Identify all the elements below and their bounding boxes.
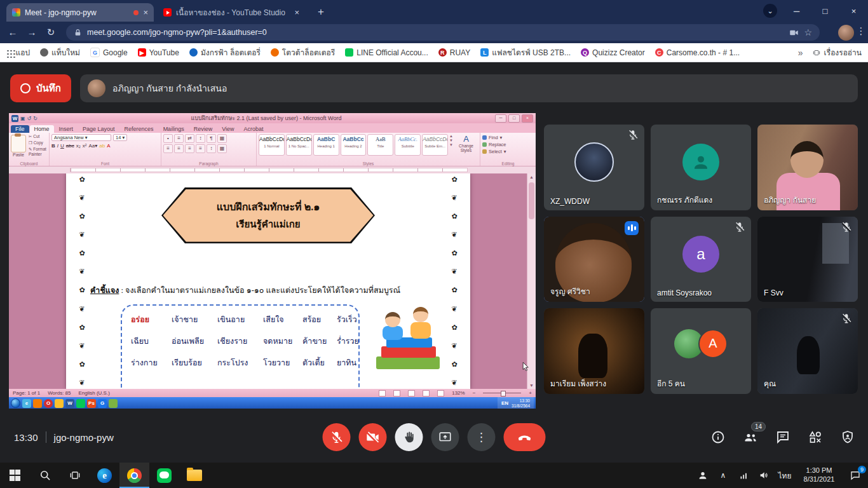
pilcrow-button[interactable]: ¶ (207, 134, 216, 143)
app-icon[interactable] (33, 399, 42, 408)
action-center-button[interactable]: 9 (843, 463, 868, 488)
participant-tile[interactable]: XZ_WDDW (544, 125, 644, 210)
photos-icon[interactable] (109, 399, 118, 408)
people-tray-button[interactable] (693, 463, 713, 488)
edge-taskbar-button[interactable]: e (90, 463, 119, 488)
zoom-slider[interactable] (483, 393, 521, 393)
more-bookmarks-chevron[interactable]: » (798, 48, 803, 58)
style-normal[interactable]: AaBbCcDc1 Normal (259, 134, 285, 156)
numbering-button[interactable]: ≡ (174, 134, 184, 143)
bullets-button[interactable]: • (163, 134, 173, 143)
camera-in-use-icon[interactable] (789, 28, 799, 37)
bookmark-item[interactable]: มังกรฟ้า ล็อตเตอรี่ (189, 46, 261, 58)
scrollbar-thumb[interactable] (529, 182, 534, 219)
bookmark-item[interactable]: Lแฟลชไดรฟ์ USB 2TB... (480, 46, 571, 58)
forward-button[interactable]: → (24, 25, 39, 39)
record-button[interactable]: บันทึก (10, 74, 71, 102)
view-web-layout-button[interactable] (408, 390, 415, 396)
word-close-button[interactable]: × (522, 114, 533, 123)
participant-tile[interactable]: อภิญญา กันสาย (757, 125, 858, 210)
present-button[interactable] (431, 423, 459, 451)
save-icon[interactable]: ▣ (20, 116, 25, 121)
zoom-level[interactable]: 132% (452, 390, 465, 396)
browser-icon[interactable]: e (22, 399, 31, 408)
justify-button[interactable]: ≡ (196, 144, 205, 153)
shading-button[interactable]: ▦ (217, 144, 227, 153)
chat-button[interactable] (775, 430, 790, 445)
style-heading2[interactable]: AaBbCcHeading 2 (341, 134, 367, 156)
host-controls-button[interactable] (840, 430, 855, 445)
bookmark-apps[interactable]: แอป (6, 46, 30, 58)
tab-close-icon[interactable]: × (294, 8, 299, 17)
highlight-button[interactable]: ab (99, 143, 105, 149)
view-fullscreen-button[interactable] (393, 390, 400, 396)
view-draft-button[interactable] (437, 390, 444, 396)
volume-tray-icon[interactable] (754, 463, 774, 488)
tab-youtube-studio[interactable]: เนื้อหาของช่อง - YouTube Studio × (158, 3, 305, 22)
network-tray-icon[interactable] (733, 463, 754, 488)
change-case-button[interactable]: Aa▾ (88, 143, 97, 149)
folder-icon[interactable] (55, 399, 64, 408)
reload-button[interactable]: ↻ (43, 25, 58, 39)
more-options-button[interactable]: ⋮ (468, 423, 496, 451)
word-minimize-button[interactable]: ─ (495, 114, 506, 123)
reading-list-button[interactable]: เรื่องรออ่าน (812, 46, 862, 58)
participants-button[interactable]: 14 (743, 430, 758, 445)
sort-button[interactable]: ↕ (196, 134, 205, 143)
participant-tile[interactable]: F Svv (757, 217, 858, 302)
window-maximize-button[interactable]: □ (811, 6, 839, 16)
taskbar-clock[interactable]: 1:30 PM8/31/2021 (796, 466, 843, 484)
word-ruler[interactable] (9, 166, 536, 173)
language-indicator[interactable]: English (U.S.) (78, 390, 109, 396)
address-bar[interactable]: meet.google.com/jgo-ngmo-pyw?pli=1&authu… (66, 24, 820, 41)
shared-screen[interactable]: W ▣ ↺ ↻ แบบฝึกเสริมทักษะ 2.1 (Last saved… (9, 113, 536, 409)
window-close-button[interactable]: × (839, 6, 868, 16)
undo-icon[interactable]: ↺ (27, 116, 32, 121)
strikethrough-button[interactable]: abc (66, 143, 74, 149)
align-left-button[interactable]: ≡ (163, 144, 173, 153)
word-taskbar-icon[interactable]: W (65, 399, 74, 408)
bookmark-star-icon[interactable]: ☆ (804, 27, 812, 37)
participant-tile[interactable]: a amtit Soysrakoo (651, 217, 751, 302)
ribbon-tab-acrobat[interactable]: Acrobat (240, 125, 268, 133)
window-minimize-button[interactable]: ─ (782, 6, 811, 16)
line-icon[interactable] (76, 399, 85, 408)
redo-icon[interactable]: ↻ (33, 116, 37, 121)
align-right-button[interactable]: ≡ (185, 144, 194, 153)
paste-button[interactable]: Paste (11, 134, 26, 157)
bookmark-item[interactable]: CCarsome.co.th - # 1... (655, 48, 740, 57)
font-name-select[interactable]: Angsana New ▾ (51, 134, 111, 141)
media-controls-button[interactable]: ⌄ (763, 4, 777, 18)
bookmark-item[interactable]: QQuizizz Creator (581, 48, 645, 57)
superscript-button[interactable]: x² (83, 143, 87, 149)
style-heading1[interactable]: AaBbCHeading 1 (313, 134, 339, 156)
chrome-taskbar-button[interactable] (119, 463, 149, 488)
start-button[interactable] (0, 463, 30, 488)
cut-button[interactable]: ✂ Cut (29, 134, 47, 139)
copy-button[interactable]: ❐ Copy (29, 140, 47, 146)
find-button[interactable]: Find ▾ (482, 134, 534, 141)
style-subtitle[interactable]: AaBbCc.Subtitle (395, 134, 421, 156)
italic-button[interactable]: I (57, 143, 58, 149)
borders-button[interactable]: ▦ (217, 134, 227, 143)
activities-button[interactable] (808, 430, 823, 445)
subscript-button[interactable]: x₂ (76, 143, 81, 149)
scroll-down-icon[interactable]: ▼ (527, 382, 536, 389)
style-title[interactable]: AaBTitle (367, 134, 393, 156)
scroll-up-icon[interactable]: ▲ (527, 173, 536, 180)
mic-toggle-button[interactable] (323, 423, 351, 451)
participant-tile-speaking[interactable]: จรูญ ศรีวิชา (544, 217, 644, 302)
meeting-details-button[interactable] (710, 430, 726, 445)
document-page[interactable]: ✿❦✿❦✿❦✿❦✿❦✿❦ ✿❦✿❦✿❦✿❦✿❦✿❦ แบบฝึกเสริมทัก… (66, 173, 470, 389)
select-button[interactable]: Select ▾ (482, 148, 534, 155)
ribbon-tab-view[interactable]: View (217, 125, 238, 133)
view-outline-button[interactable] (423, 390, 430, 396)
format-painter-button[interactable]: ✎ Format Painter (29, 147, 47, 156)
bookmark-item[interactable]: แท็บใหม่ (40, 46, 80, 58)
ribbon-tab-mailings[interactable]: Mailings (159, 125, 189, 133)
back-button[interactable]: ← (5, 25, 20, 39)
bookmark-item[interactable]: RRUAY (438, 48, 470, 57)
photoshop-icon[interactable]: Ps (87, 399, 96, 408)
styles-gallery-scroll[interactable]: ▲▼▼ (449, 134, 453, 156)
bookmark-item[interactable]: ▶YouTube (138, 48, 179, 57)
